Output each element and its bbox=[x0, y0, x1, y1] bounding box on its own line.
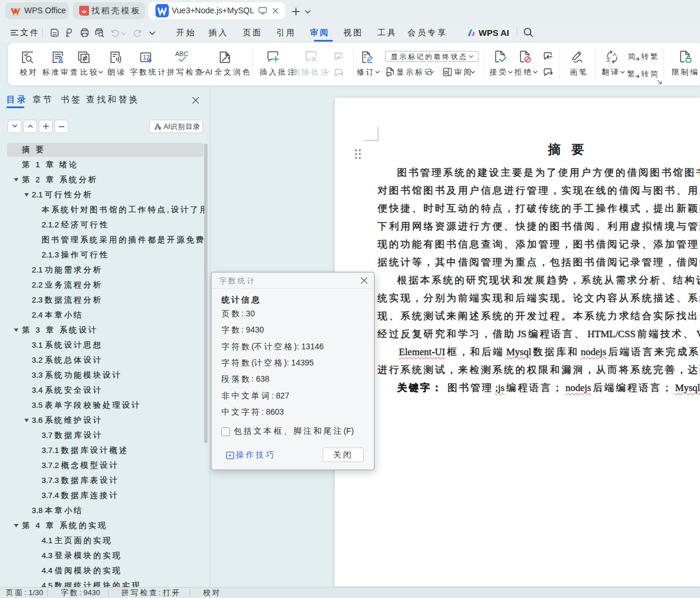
svg-text:ABC: ABC bbox=[175, 50, 188, 57]
svg-text:文: 文 bbox=[606, 57, 611, 62]
svg-text:12: 12 bbox=[143, 54, 150, 61]
svg-text:A: A bbox=[613, 51, 617, 57]
